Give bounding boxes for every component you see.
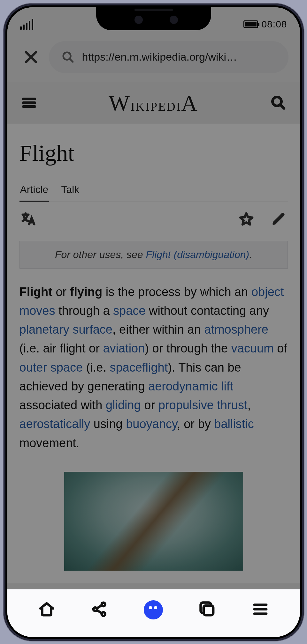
page-content: 08:08 https://en.m.wikipedia.org/wiki… [7,7,300,637]
hamburger-icon [21,95,37,110]
link-moves[interactable]: moves [19,304,55,317]
article-tabs: Article Talk [19,184,288,202]
battery-icon [243,20,258,28]
home-icon [38,600,56,618]
lead-paragraph: Flight or flying is the process by which… [19,283,288,453]
site-logo[interactable]: WikipediA [109,91,198,116]
screen: 08:08 https://en.m.wikipedia.org/wiki… [7,7,300,637]
star-icon [239,211,254,227]
menu-icon [251,600,269,618]
link-space[interactable]: space [113,304,145,317]
link-buoyancy[interactable]: buoyancy [126,417,177,431]
site-search-button[interactable] [271,95,286,112]
language-icon [21,211,36,227]
browser-bottom-nav [7,589,300,637]
link-planetary-surface[interactable]: planetary surface [19,323,113,336]
nav-home-button[interactable] [38,600,56,619]
tab-talk[interactable]: Talk [60,184,80,202]
watch-star-button[interactable] [239,211,254,228]
hatnote-text: For other uses, see [55,249,146,260]
page-title: Flight [19,140,288,167]
link-aerodynamic-lift[interactable]: aerodynamic lift [148,380,233,393]
nav-menu-button[interactable] [251,600,269,619]
nav-share-button[interactable] [91,600,109,619]
edit-button[interactable] [271,211,287,228]
link-vacuum[interactable]: vacuum [231,342,274,355]
search-icon [62,51,74,63]
site-menu-button[interactable] [21,95,37,112]
signal-icon [20,19,33,30]
link-aviation[interactable]: aviation [103,342,145,355]
link-atmosphere[interactable]: atmosphere [204,323,268,336]
link-spaceflight[interactable]: spaceflight [110,361,168,374]
link-object[interactable]: object [251,285,284,299]
site-header: WikipediA [7,83,300,124]
display-notch [96,7,211,30]
language-button[interactable] [21,211,36,228]
link-ballistic[interactable]: ballistic [214,417,254,431]
link-propulsive-thrust[interactable]: propulsive thrust [158,398,248,412]
link-aerostatically[interactable]: aerostatically [19,417,90,431]
tab-article[interactable]: Article [19,184,49,202]
article-actions [21,211,287,228]
search-icon [271,95,286,110]
close-button[interactable] [21,48,41,67]
address-bar[interactable]: https://en.m.wikipedia.org/wiki… [49,41,288,73]
nav-assistant-button[interactable] [144,600,163,619]
link-outer-space[interactable]: outer space [19,361,83,374]
hatnote-link[interactable]: Flight (disambiguation) [146,249,249,260]
nav-tabs-button[interactable] [198,600,216,619]
browser-toolbar: https://en.m.wikipedia.org/wiki… [7,32,300,83]
article: Flight Article Talk [7,124,300,583]
phone-frame: 08:08 https://en.m.wikipedia.org/wiki… [4,4,304,641]
share-icon [91,600,109,618]
tabs-icon [198,600,216,618]
svg-rect-5 [203,605,213,615]
hatnote: For other uses, see Flight (disambiguati… [19,241,288,269]
link-gliding[interactable]: gliding [106,398,141,412]
close-icon [24,50,38,64]
lead-image[interactable] [19,472,288,571]
edit-pencil-icon [271,211,287,227]
clock: 08:08 [261,19,287,30]
url-text: https://en.m.wikipedia.org/wiki… [82,51,237,63]
pelican-flying-image [64,472,243,571]
